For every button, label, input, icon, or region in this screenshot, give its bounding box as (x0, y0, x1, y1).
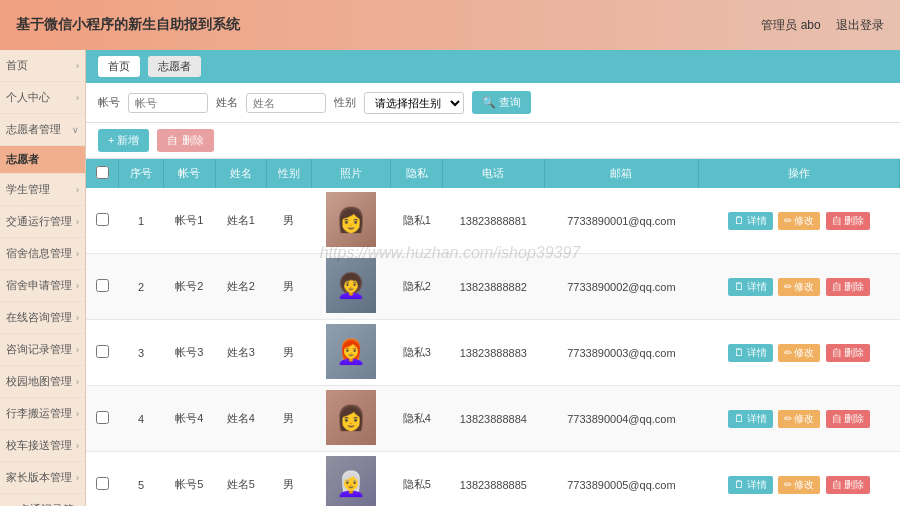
row-id: 3 (119, 320, 164, 386)
row-checkbox[interactable] (86, 188, 119, 254)
edit-button[interactable]: ✏ 修改 (778, 476, 821, 494)
main-content: 首页 志愿者 帐号 姓名 性别 请选择招生别 男 女 🔍 查询 + 新增 自 删… (86, 50, 900, 506)
photo-image: 👩‍🦰 (326, 324, 376, 379)
edit-button[interactable]: ✏ 修改 (778, 212, 821, 230)
sidebar-item-bus[interactable]: 校车接送管理 › (0, 430, 85, 462)
breadcrumb-volunteer[interactable]: 志愿者 (148, 56, 201, 77)
row-photo: 👩‍🦰 (311, 320, 391, 386)
row-privacy: 隐私1 (391, 188, 442, 254)
row-operations: 🗒 详情 ✏ 修改 自 删除 (699, 386, 900, 452)
row-checkbox[interactable] (86, 254, 119, 320)
delete-button[interactable]: 自 删除 (826, 278, 871, 296)
sidebar-item-profile[interactable]: 个人中心 › (0, 82, 85, 114)
row-email: 7733890003@qq.com (544, 320, 699, 386)
row-name: 姓名4 (215, 386, 266, 452)
chevron-right-icon: › (76, 313, 79, 323)
row-name: 姓名5 (215, 452, 266, 507)
row-phone: 13823888881 (442, 188, 544, 254)
row-gender: 男 (267, 188, 312, 254)
name-label: 姓名 (216, 95, 238, 110)
row-photo: 👩 (311, 386, 391, 452)
delete-button[interactable]: 自 删除 (826, 344, 871, 362)
row-operations: 🗒 详情 ✏ 修改 自 删除 (699, 320, 900, 386)
search-id-input[interactable] (128, 93, 208, 113)
logout-button[interactable]: 退出登录 (836, 18, 884, 32)
detail-button[interactable]: 🗒 详情 (728, 344, 773, 362)
chevron-right-icon: › (76, 345, 79, 355)
row-gender: 男 (267, 320, 312, 386)
id-label: 帐号 (98, 95, 120, 110)
row-account: 帐号5 (164, 452, 215, 507)
detail-button[interactable]: 🗒 详情 (728, 278, 773, 296)
detail-button[interactable]: 🗒 详情 (728, 212, 773, 230)
sidebar-item-consult-record[interactable]: 咨询记录管理 › (0, 334, 85, 366)
th-checkbox (86, 159, 119, 188)
sidebar-item-dorm-apply[interactable]: 宿舍申请管理 › (0, 270, 85, 302)
row-privacy: 隐私2 (391, 254, 442, 320)
breadcrumb-home[interactable]: 首页 (98, 56, 140, 77)
table-row: 5 帐号5 姓名5 男 👩‍🦳 隐私5 13823888885 77338900… (86, 452, 900, 507)
add-button[interactable]: + 新增 (98, 129, 149, 152)
search-name-input[interactable] (246, 93, 326, 113)
row-checkbox[interactable] (86, 320, 119, 386)
sidebar-item-student[interactable]: 学生管理 › (0, 174, 85, 206)
row-phone: 13823888883 (442, 320, 544, 386)
edit-button[interactable]: ✏ 修改 (778, 344, 821, 362)
username: 管理员 abo (761, 18, 820, 32)
row-account: 帐号3 (164, 320, 215, 386)
table-row: 4 帐号4 姓名4 男 👩 隐私4 13823888884 7733890004… (86, 386, 900, 452)
search-button[interactable]: 🔍 查询 (472, 91, 531, 114)
row-photo: 👩‍🦱 (311, 254, 391, 320)
row-gender: 男 (267, 254, 312, 320)
edit-button[interactable]: ✏ 修改 (778, 410, 821, 428)
chevron-right-icon: › (76, 441, 79, 451)
chevron-right-icon: › (76, 377, 79, 387)
photo-image: 👩 (326, 390, 376, 445)
row-account: 帐号4 (164, 386, 215, 452)
row-account: 帐号2 (164, 254, 215, 320)
photo-image: 👩 (326, 192, 376, 247)
sidebar-item-card[interactable]: 一卡通记录管理 › (0, 494, 85, 506)
row-phone: 13823888882 (442, 254, 544, 320)
sidebar-item-volunteer[interactable]: 志愿者 (0, 146, 85, 174)
select-all-checkbox[interactable] (96, 166, 109, 179)
sidebar-item-luggage[interactable]: 行李搬运管理 › (0, 398, 85, 430)
photo-image: 👩‍🦳 (326, 456, 376, 506)
sidebar: 首页 › 个人中心 › 志愿者管理 ∨ 志愿者 学生管理 › 交通运行管理 › … (0, 50, 86, 506)
row-name: 姓名3 (215, 320, 266, 386)
row-gender: 男 (267, 452, 312, 507)
delete-button[interactable]: 自 删除 (826, 476, 871, 494)
chevron-right-icon: › (76, 249, 79, 259)
edit-button[interactable]: ✏ 修改 (778, 278, 821, 296)
row-name: 姓名2 (215, 254, 266, 320)
delete-button[interactable]: 自 删除 (826, 410, 871, 428)
sidebar-item-parent[interactable]: 家长版本管理 › (0, 462, 85, 494)
action-bar: + 新增 自 删除 (86, 123, 900, 159)
sidebar-item-dorm-info[interactable]: 宿舍信息管理 › (0, 238, 85, 270)
sidebar-item-consult-online[interactable]: 在线咨询管理 › (0, 302, 85, 334)
sidebar-item-volunteer-mgmt[interactable]: 志愿者管理 ∨ (0, 114, 85, 146)
row-email: 7733890004@qq.com (544, 386, 699, 452)
row-id: 1 (119, 188, 164, 254)
row-account: 帐号1 (164, 188, 215, 254)
detail-button[interactable]: 🗒 详情 (728, 476, 773, 494)
sidebar-item-transport[interactable]: 交通运行管理 › (0, 206, 85, 238)
th-phone: 电话 (442, 159, 544, 188)
row-id: 4 (119, 386, 164, 452)
header-right: 管理员 abo 退出登录 (753, 17, 884, 34)
chevron-right-icon: › (76, 281, 79, 291)
gender-label: 性别 (334, 95, 356, 110)
detail-button[interactable]: 🗒 详情 (728, 410, 773, 428)
chevron-right-icon: › (76, 473, 79, 483)
row-checkbox[interactable] (86, 386, 119, 452)
sidebar-item-home[interactable]: 首页 › (0, 50, 85, 82)
batch-delete-button[interactable]: 自 删除 (157, 129, 213, 152)
delete-button[interactable]: 自 删除 (826, 212, 871, 230)
sidebar-item-map[interactable]: 校园地图管理 › (0, 366, 85, 398)
gender-select[interactable]: 请选择招生别 男 女 (364, 92, 464, 114)
chevron-right-icon: › (76, 61, 79, 71)
main-layout: 首页 › 个人中心 › 志愿者管理 ∨ 志愿者 学生管理 › 交通运行管理 › … (0, 50, 900, 506)
app-title: 基于微信小程序的新生自助报到系统 (16, 16, 240, 34)
th-gender: 性别 (267, 159, 312, 188)
row-checkbox[interactable] (86, 452, 119, 507)
